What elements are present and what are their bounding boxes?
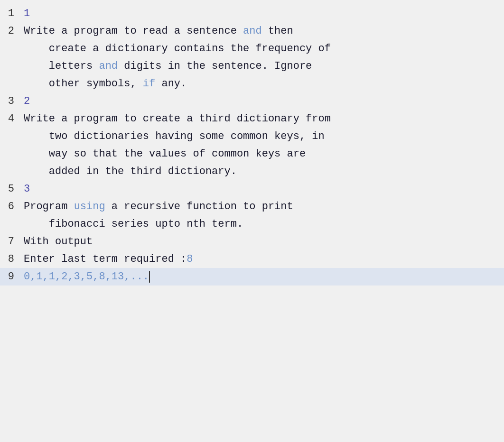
line-content: letters and digits in the sentence. Igno… xyxy=(24,58,504,74)
code-line: create a dictionary contains the frequen… xyxy=(0,40,504,57)
plain-text: way so that the values of common keys ar… xyxy=(24,148,306,160)
keyword-text: 8 xyxy=(187,253,193,265)
text-cursor xyxy=(149,271,150,283)
keyword-text: and xyxy=(99,60,118,72)
plain-text: letters xyxy=(24,60,99,72)
code-line: two dictionaries having some common keys… xyxy=(0,128,504,145)
line-content: Write a program to create a third dictio… xyxy=(24,111,504,127)
plain-text: With output xyxy=(24,236,93,248)
line-content: added in the third dictionary. xyxy=(24,164,504,179)
plain-text: then xyxy=(262,25,293,37)
line-number: 7 xyxy=(0,234,24,249)
line-content: two dictionaries having some common keys… xyxy=(24,129,504,144)
code-line: 53 xyxy=(0,180,504,198)
line-content: Write a program to read a sentence and t… xyxy=(24,23,504,39)
code-line: 32 xyxy=(0,92,504,110)
code-line: 90,1,1,2,3,5,8,13,... xyxy=(0,268,504,285)
line-content: fibonacci series upto nth term. xyxy=(24,216,504,232)
line-number: 5 xyxy=(0,181,24,197)
plain-text: fibonacci series upto nth term. xyxy=(24,218,243,230)
line-number: 3 xyxy=(0,93,24,109)
line-content: With output xyxy=(24,234,504,249)
code-line: way so that the values of common keys ar… xyxy=(0,145,504,163)
keyword-text: and xyxy=(243,25,262,37)
plain-text: any. xyxy=(155,78,187,90)
code-line: fibonacci series upto nth term. xyxy=(0,215,504,233)
number-label: 3 xyxy=(24,183,30,195)
keyword-text: if xyxy=(143,78,155,90)
line-content: 3 xyxy=(24,181,504,197)
code-line: 6Program using a recursive function to p… xyxy=(0,198,504,215)
plain-text: other symbols, xyxy=(24,78,143,90)
plain-text: Program xyxy=(24,201,74,212)
code-line: other symbols, if any. xyxy=(0,75,504,92)
line-content: Program using a recursive function to pr… xyxy=(24,199,504,214)
number-label: 2 xyxy=(24,95,30,107)
line-content: 2 xyxy=(24,93,504,109)
code-line: 11 xyxy=(0,5,504,22)
line-content: other symbols, if any. xyxy=(24,76,504,92)
line-number: 2 xyxy=(0,23,24,39)
line-content: create a dictionary contains the frequen… xyxy=(24,41,504,56)
plain-text: two dictionaries having some common keys… xyxy=(24,130,325,142)
code-line: added in the third dictionary. xyxy=(0,163,504,180)
code-line: 7With output xyxy=(0,233,504,250)
plain-text: digits in the sentence. Ignore xyxy=(118,60,312,72)
plain-text: Enter last term required : xyxy=(24,253,187,265)
plain-text: Write a program to create a third dictio… xyxy=(24,113,331,125)
line-number: 9 xyxy=(0,269,24,285)
plain-text: Write a program to read a sentence xyxy=(24,25,243,37)
line-content: 0,1,1,2,3,5,8,13,... xyxy=(24,269,504,285)
line-number: 1 xyxy=(0,6,24,21)
plain-text: added in the third dictionary. xyxy=(24,166,237,177)
line-number: 8 xyxy=(0,251,24,267)
code-line: 8Enter last term required :8 xyxy=(0,250,504,268)
line-content: Enter last term required :8 xyxy=(24,251,504,267)
code-line: 2Write a program to read a sentence and … xyxy=(0,22,504,40)
plain-text: create a dictionary contains the frequen… xyxy=(24,43,331,55)
keyword-text: 0,1,1,2,3,5,8,13,... xyxy=(24,271,149,283)
code-line: 4Write a program to create a third dicti… xyxy=(0,110,504,128)
code-editor: 112Write a program to read a sentence an… xyxy=(0,0,504,290)
number-label: 1 xyxy=(24,8,30,19)
plain-text: a recursive function to print xyxy=(105,201,293,212)
line-content: way so that the values of common keys ar… xyxy=(24,146,504,162)
line-number: 6 xyxy=(0,199,24,214)
keyword-text: using xyxy=(74,201,105,212)
line-content: 1 xyxy=(24,6,504,21)
code-line: letters and digits in the sentence. Igno… xyxy=(0,57,504,75)
line-number: 4 xyxy=(0,111,24,127)
